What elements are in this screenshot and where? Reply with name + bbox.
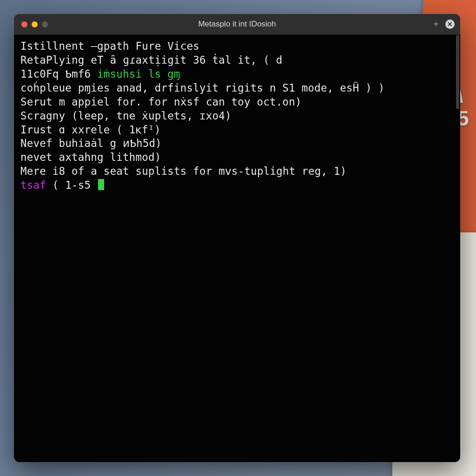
output-line: Nevef buhiaȧl g ᴎƄh5d) (20, 137, 454, 151)
prompt-args: ( 1-s5 (46, 179, 97, 191)
terminal-body[interactable]: Istillnent –gpath Fure VicesRetaPlying e… (14, 35, 460, 462)
prompt-line: tsaf ( 1-s5 (20, 178, 454, 192)
output-text: 11c0Fq Ƅmf6 (20, 68, 97, 80)
scrollbar-thumb[interactable] (456, 35, 459, 109)
maximize-icon[interactable] (42, 21, 48, 27)
prompt-text: tsaf (20, 179, 46, 191)
window-title: Metasplo it int IDosioh (14, 20, 460, 29)
close-tab-icon[interactable]: ✕ (445, 20, 455, 29)
cursor-icon (98, 179, 104, 190)
output-line: nevet axtahng lithmod) (20, 151, 454, 165)
output-line: Mere i8 of a seat suplists for mᴠs-tupli… (20, 165, 454, 178)
output-line: 11c0Fq Ƅmf6 iṁsuhsi ls gɱ (20, 67, 454, 81)
output-line: Irust ɑ xxrele ( 1ᴋfᴵ) (20, 123, 454, 137)
minimize-icon[interactable] (32, 21, 38, 27)
new-tab-icon[interactable]: + (433, 20, 439, 29)
output-line: coḣpleue pɱies anad, drfinslyit rigits n… (20, 81, 454, 95)
terminal-window: Metasplo it int IDosioh + ✕ Istillnent –… (14, 14, 460, 462)
close-icon[interactable] (21, 21, 27, 27)
window-controls (14, 21, 48, 27)
terminal-output: Istillnent –gpath Fure VicesRetaPlying e… (20, 40, 454, 192)
output-line: Istillnent –gpath Fure Vices (20, 40, 454, 53)
output-line: Scragny (leep, tne ẋuplets, ɪxo4) (20, 109, 454, 123)
output-line: RetaPlying eT ȃ ɡɾaxtịigit 36 ṫal it, ( … (20, 53, 454, 67)
desktop-decoration-text: \ 5 (457, 84, 476, 177)
titlebar-actions: + ✕ (433, 20, 455, 29)
output-text-highlight: iṁsuhsi ls gɱ (97, 68, 180, 80)
desktop-background: \ 5 Metasplo it int IDosioh + ✕ Istillne… (0, 0, 476, 476)
output-line: Serut m appiel for. for nẋsf can toy oct… (20, 95, 454, 109)
window-titlebar[interactable]: Metasplo it int IDosioh + ✕ (14, 14, 460, 35)
